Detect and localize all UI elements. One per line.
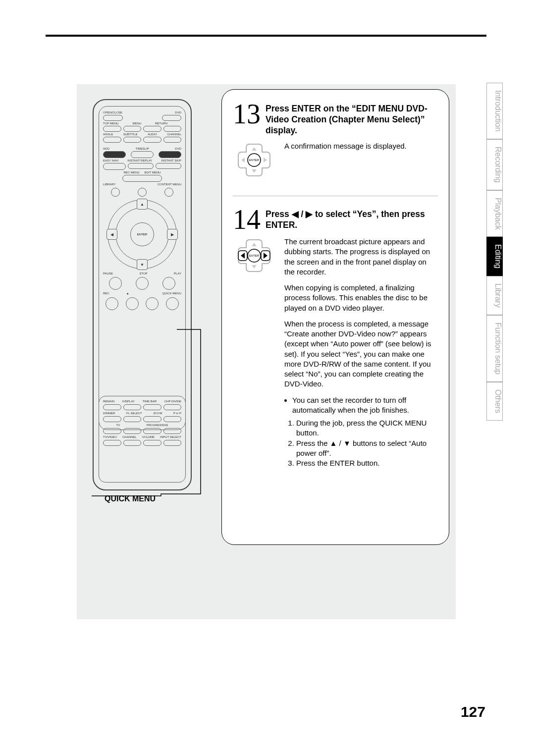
dpad-enter-only-icon: ENTER [233,141,275,183]
tab-others: Others [486,382,503,421]
remote-dvd-label: DVD [175,111,181,114]
remote-volume: VOLUME [142,435,155,438]
top-horizontal-rule [46,35,486,37]
tab-introduction: Introduction [486,83,503,139]
remote-subtitle: SUBTITLE [123,133,138,136]
remote-nav-pad: ▲ ▼ ▶ ◀ ENTER [107,200,177,269]
remote-audio: AUDIO [148,133,157,136]
remote-topmenu: TOP MENU [103,122,118,125]
remote-contentmenu: CONTENT MENU [158,183,181,186]
remote-editmenu: EDIT MENU [145,171,161,174]
remote-menu: MENU [132,122,141,125]
up-arrow-icon: ▲ [330,439,337,447]
dpad-enter-label-2: ENTER [249,254,260,257]
remote-zoom: ZOOM [153,412,162,415]
dpad-lr-enter-icon: ENTER [233,237,275,278]
remote-instantreplay: INSTANT REPLAY [127,159,152,162]
step-14-bullet: You can set the recorder to turn off aut… [292,395,438,416]
page-number: 127 [461,703,485,720]
remote-flselect: FL SELECT [126,412,142,415]
step-14-ol2: Press the ▲ / ▼ buttons to select “Auto … [296,438,438,459]
dpad-enter-label: ENTER [249,159,260,162]
remote-tv: TV [116,424,120,427]
step-14-title: Press ◀ / ▶ to select “Yes”, then press … [266,209,438,231]
svg-marker-5 [252,243,257,246]
step-separator [233,196,438,196]
remote-play: PLAY [174,272,181,275]
step-14-number: 14 [233,207,261,232]
svg-marker-7 [241,253,245,259]
step-14-ol3: Press the ENTER button. [296,458,438,468]
remote-pinp: P in P [173,412,181,415]
remote-lower-block: REMAINDISPLAYTIME BARCHP DIVIDE DIMMERFL… [99,396,186,483]
remote-channel2: CHANNEL [122,435,137,438]
remote-angle: ANGLE [103,133,113,136]
remote-timebar: TIME BAR [143,400,157,403]
tab-editing: Editing [486,237,503,276]
svg-marker-8 [264,253,268,259]
remote-pause: PAUSE [103,272,113,275]
tab-recording: Recording [486,139,503,190]
remote-channel: CHANNEL [167,133,181,136]
remote-dvd2: DVD [175,147,181,150]
remote-chpdivide: CHP DIVIDE [164,400,181,403]
quick-menu-callout: QUICK MENU [105,494,156,503]
svg-marker-0 [252,147,257,151]
step-14-ol1: During the job, press the QUICK MENU but… [296,418,438,438]
remote-inputselect: INPUT SELECT [160,435,181,438]
remote-instantskip: INSTANT SKIP [161,159,181,162]
instruction-panel: 13 Press ENTER on the “EDIT MENU DVD-Vid… [221,89,449,545]
tab-library: Library [486,276,503,315]
remote-enter-button: ENTER [130,222,154,246]
step-14: 14 Press ◀ / ▶ to select “Yes”, then pre… [233,207,438,232]
remote-timeslip: TIMESLIP [135,147,149,150]
svg-marker-2 [241,158,245,162]
remote-display: DISPLAY [122,400,135,403]
remote-tvvideo: TV/VIDEO [103,435,117,438]
remote-progressive: PROGRESSIVE [147,424,168,427]
svg-marker-6 [252,265,257,269]
down-arrow-icon: ▼ [343,439,351,447]
remote-recmenu: REC MENU [124,171,140,174]
remote-star: ★ [126,292,129,295]
step-14-p3: When the process is completed, a message… [284,319,438,389]
remote-open-close: OPEN/CLOSE [103,111,122,114]
right-arrow-icon: ▶ [306,209,313,219]
step-14-p1: The current broadcast picture appears an… [284,237,438,277]
section-tabs: Introduction Recording Playback Editing … [486,83,503,421]
remote-library: LIBRARY [103,183,116,186]
tab-function-setup: Function setup [486,315,503,382]
svg-marker-3 [264,158,267,162]
remote-dimmer: DIMMER [103,412,115,415]
remote-remain: REMAIN [103,400,114,403]
remote-easynavi: EASY NAVI [103,159,118,162]
step-14-p2: When copying is completed, a finalizing … [284,283,438,313]
remote-stop: STOP [139,272,147,275]
svg-marker-1 [252,169,257,173]
remote-rec: REC [103,292,109,295]
tab-playback: Playback [486,190,503,237]
remote-return: RETURN [155,122,167,125]
step-13-title: Press ENTER on the “EDIT MENU DVD-Video … [266,104,438,136]
left-arrow-icon: ◀ [292,209,299,219]
step-13-body: A confirmation message is displayed. [284,141,407,151]
remote-quickmenu: QUICK MENU [162,292,181,295]
step-13-number: 13 [233,102,261,126]
step-13: 13 Press ENTER on the “EDIT MENU DVD-Vid… [233,102,438,136]
remote-illustration: OPEN/CLOSEDVD TOP MENUMENURETURN ANGLESU… [93,99,197,490]
remote-hdd: HDD [103,147,109,150]
